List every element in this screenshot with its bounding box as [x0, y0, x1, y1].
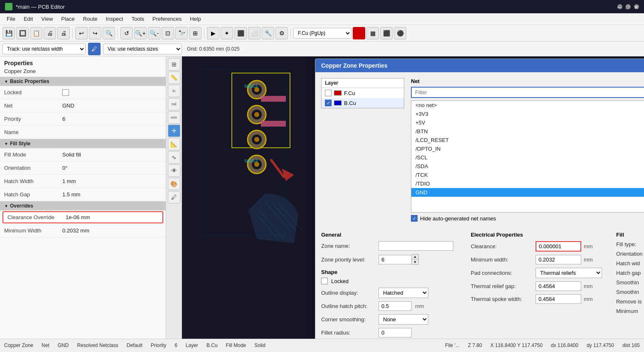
- zone-name-input[interactable]: [379, 241, 453, 251]
- refresh-button[interactable]: ↺: [120, 27, 133, 39]
- net-item-3v3[interactable]: +3V3: [411, 110, 644, 118]
- min-width-input[interactable]: [536, 255, 581, 264]
- layer-tool3[interactable]: ⚫: [394, 27, 406, 39]
- menu-file[interactable]: File: [3, 15, 19, 23]
- fcu-checkbox[interactable]: [325, 90, 332, 96]
- net-item-tck[interactable]: /TCK: [411, 171, 644, 179]
- fill-smooth2-label: Smoothin: [616, 289, 639, 295]
- hide-autogen-checkbox[interactable]: ✓: [411, 215, 418, 222]
- thermal-spoke-row: Thermal spoke width: mm: [471, 294, 608, 304]
- tool5[interactable]: 🔧: [262, 27, 274, 39]
- tool2[interactable]: ✦: [221, 27, 233, 39]
- pad-conn-select[interactable]: Thermal reliefs Solid None: [536, 268, 602, 278]
- thermal-spoke-input[interactable]: [536, 294, 581, 304]
- menu-place[interactable]: Place: [58, 15, 78, 23]
- print-button[interactable]: 🖨: [44, 27, 56, 39]
- sep3: [204, 28, 204, 38]
- menu-edit[interactable]: Edit: [20, 15, 36, 23]
- layer-tool2[interactable]: ⬛: [380, 27, 393, 39]
- measure-btn[interactable]: 📐: [168, 138, 180, 150]
- fill-style-header[interactable]: ▼ Fill Style: [0, 139, 166, 148]
- fillet-radius-input[interactable]: [379, 328, 412, 337]
- outline-display-select[interactable]: Hatched Full None: [379, 288, 428, 298]
- fill-minimum-row: Minimum: [616, 308, 644, 314]
- net-item-opto[interactable]: /OPTO_IN: [411, 144, 644, 153]
- thermal-gap-input[interactable]: [536, 281, 581, 291]
- undo-button[interactable]: ↩: [75, 27, 88, 39]
- priority-label: Priority: [4, 116, 62, 122]
- zoom-out2-button[interactable]: 🔭: [175, 27, 188, 39]
- window-controls: ─ □ ✕: [617, 4, 639, 9]
- copy-button[interactable]: 📋: [30, 27, 42, 39]
- locked-checkbox[interactable]: [62, 89, 69, 96]
- tool1[interactable]: ▶: [207, 27, 219, 39]
- spinner-down[interactable]: ▼: [412, 259, 418, 264]
- zoom-fit-button[interactable]: ⊡: [162, 27, 174, 39]
- layer-fcu[interactable]: F.Cu: [322, 88, 404, 98]
- menu-tools[interactable]: Tools: [128, 15, 147, 23]
- dialog-title: Copper Zone Properties: [321, 62, 387, 69]
- net-item-tdio[interactable]: /TDIO: [411, 179, 644, 188]
- via-select[interactable]: Via: use netclass sizes: [103, 44, 182, 54]
- title-bar: *main — PCB Editor ─ □ ✕: [0, 0, 644, 13]
- route-btn[interactable]: ∿: [168, 151, 180, 164]
- 3d-btn[interactable]: 🖊: [168, 191, 180, 203]
- menu-preferences[interactable]: Preferences: [149, 15, 185, 23]
- track-btn[interactable]: 🖊: [88, 43, 101, 55]
- menu-view[interactable]: View: [38, 15, 56, 23]
- zoom-in-button[interactable]: 🔍+: [134, 27, 147, 39]
- menu-inspect[interactable]: Inspect: [103, 15, 127, 23]
- fill-style-label: Fill Style: [10, 141, 30, 147]
- outline-hatch-input[interactable]: [379, 301, 412, 311]
- save-button[interactable]: 💾: [2, 27, 15, 39]
- layer-color[interactable]: [353, 27, 365, 39]
- net-item-scl[interactable]: /SCL: [411, 153, 644, 162]
- net-item-nonet[interactable]: <no net>: [411, 101, 644, 110]
- fill-minimum-label: Minimum: [616, 308, 638, 314]
- ruler-btn[interactable]: 📏: [168, 71, 180, 84]
- zoom-full-button[interactable]: ⊞: [189, 27, 202, 39]
- menu-route[interactable]: Route: [80, 15, 101, 23]
- grid-btn[interactable]: ⊞: [168, 58, 180, 71]
- maximize-btn[interactable]: □: [626, 4, 631, 9]
- basic-properties-header[interactable]: ▼ Basic Properties: [0, 77, 166, 86]
- layer-button[interactable]: 🔲: [16, 27, 29, 39]
- shape-locked-checkbox[interactable]: [321, 278, 328, 284]
- overrides-header[interactable]: ▼ Overrides: [0, 201, 166, 210]
- fill-type-label: Fill type:: [616, 241, 636, 247]
- layer-select[interactable]: F.Cu (PgUp) B.Cu: [293, 28, 351, 39]
- net-item-5v[interactable]: +5V: [411, 118, 644, 127]
- color-btn[interactable]: 🎨: [168, 178, 180, 190]
- tool3[interactable]: ⬛: [234, 27, 247, 39]
- layer-vis-btn[interactable]: 👁: [168, 164, 180, 177]
- mil-btn[interactable]: mil: [168, 98, 180, 110]
- close-btn[interactable]: ✕: [634, 4, 639, 9]
- corner-smooth-select[interactable]: None Chamfer Fillet: [379, 314, 428, 325]
- print2-button[interactable]: 🖨: [57, 27, 70, 39]
- layer-tool1[interactable]: ▦: [366, 27, 379, 39]
- clearance-input[interactable]: [536, 241, 581, 252]
- layer-bcu[interactable]: ✓ B.Cu: [322, 98, 404, 108]
- menu-help[interactable]: Help: [187, 15, 204, 23]
- track-select[interactable]: Track: use netclass width: [2, 44, 86, 54]
- net-item-gnd[interactable]: GND: [411, 188, 644, 197]
- bcu-checkbox[interactable]: ✓: [325, 100, 332, 106]
- layer-list: Layer F.Cu ✓ B.Cu: [321, 78, 404, 108]
- mm-btn[interactable]: mm: [168, 111, 180, 124]
- minimize-btn[interactable]: ─: [617, 4, 622, 9]
- tool6[interactable]: ⚙: [275, 27, 288, 39]
- net-item-btn[interactable]: /BTN: [411, 127, 644, 136]
- spinner-up[interactable]: ▲: [412, 254, 418, 259]
- inch-btn[interactable]: in: [168, 85, 180, 97]
- search-button[interactable]: 🔍: [103, 27, 115, 39]
- zoom-out-button[interactable]: 🔍-: [148, 27, 160, 39]
- tool4[interactable]: ⬜: [248, 27, 261, 39]
- redo-button[interactable]: ↪: [89, 27, 101, 39]
- net-item-lcd[interactable]: /LCD_RESET: [411, 136, 644, 144]
- cursor-btn[interactable]: ✛: [168, 125, 180, 137]
- zone-priority-input[interactable]: [379, 255, 412, 264]
- fill-mode-label: Fill Mode: [4, 152, 62, 158]
- status-net-label: Net: [42, 342, 49, 348]
- net-item-sda[interactable]: /SDA: [411, 162, 644, 171]
- net-filter-input[interactable]: [411, 87, 644, 98]
